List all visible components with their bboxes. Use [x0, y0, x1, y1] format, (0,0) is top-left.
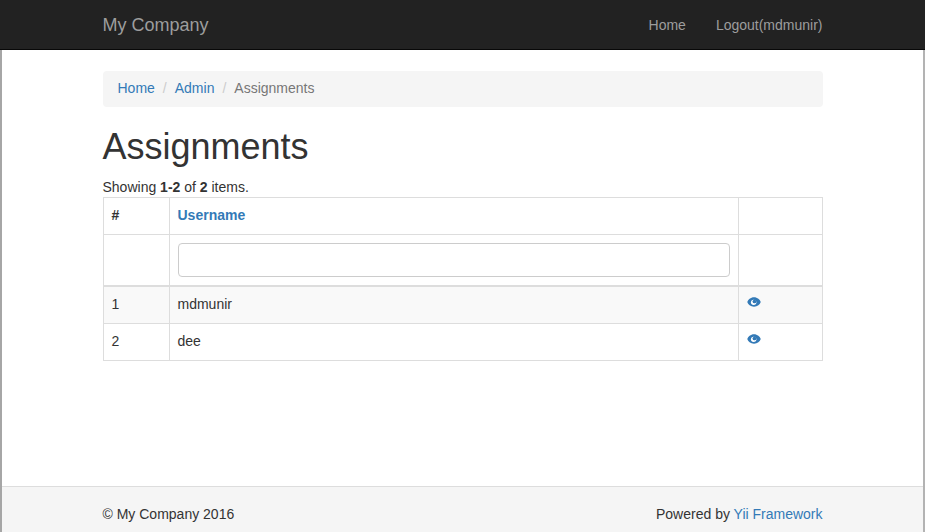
row-actions-cell: [738, 286, 822, 323]
eye-icon: [747, 295, 761, 309]
column-header-username: Username: [169, 197, 738, 234]
breadcrumb-home-link[interactable]: Home: [118, 80, 155, 96]
column-header-actions: [738, 197, 822, 234]
navbar-nav: Home Logout(mdmunir): [634, 0, 823, 49]
footer: © My Company 2016 Powered by Yii Framewo…: [0, 486, 925, 532]
column-header-number: #: [103, 197, 169, 234]
table-row: 2 dee: [103, 323, 822, 360]
yii-framework-link[interactable]: Yii Framework: [734, 506, 823, 522]
powered-by-label: Powered by: [656, 506, 734, 522]
filter-cell-username: [169, 234, 738, 286]
navbar: My Company Home Logout(mdmunir): [0, 0, 925, 50]
assignments-table: # Username 1 mdmunir: [103, 197, 823, 361]
breadcrumb: Home / Admin / Assignments: [103, 71, 823, 107]
username-filter-input[interactable]: [178, 243, 730, 277]
copyright-text: © My Company 2016: [103, 504, 235, 524]
summary-of: of: [180, 179, 199, 195]
breadcrumb-separator: /: [155, 79, 175, 99]
filter-cell-empty: [103, 234, 169, 286]
breadcrumb-admin-link[interactable]: Admin: [175, 80, 215, 96]
username-sort-link[interactable]: Username: [178, 207, 246, 223]
eye-icon: [747, 332, 761, 346]
row-number-cell: 1: [103, 286, 169, 323]
summary-text: Showing 1-2 of 2 items.: [103, 177, 823, 197]
summary-prefix: Showing: [103, 179, 161, 195]
row-actions-cell: [738, 323, 822, 360]
main-content: Home / Admin / Assignments Assignments S…: [0, 50, 925, 486]
nav-home-link[interactable]: Home: [634, 0, 701, 49]
summary-suffix: items.: [208, 179, 249, 195]
view-button[interactable]: [747, 295, 761, 309]
row-username-cell: mdmunir: [169, 286, 738, 323]
breadcrumb-separator: /: [214, 79, 234, 99]
page-title: Assignments: [103, 127, 823, 167]
brand-link[interactable]: My Company: [103, 0, 224, 49]
table-header-row: # Username: [103, 197, 822, 234]
summary-total: 2: [200, 179, 208, 195]
nav-logout-link[interactable]: Logout(mdmunir): [701, 0, 823, 49]
table-filter-row: [103, 234, 822, 286]
view-button[interactable]: [747, 332, 761, 346]
breadcrumb-current: Assignments: [234, 79, 314, 99]
table-row: 1 mdmunir: [103, 286, 822, 323]
row-username-cell: dee: [169, 323, 738, 360]
powered-by-text: Powered by Yii Framework: [656, 504, 823, 524]
filter-cell-empty: [738, 234, 822, 286]
row-number-cell: 2: [103, 323, 169, 360]
summary-range: 1-2: [160, 179, 180, 195]
